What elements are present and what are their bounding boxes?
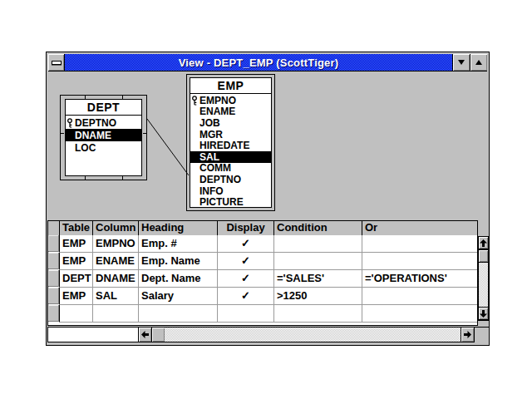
minimize-icon: [458, 60, 465, 65]
cell-condition[interactable]: ='SALES': [274, 270, 362, 288]
cell-table[interactable]: [60, 305, 93, 323]
cell-or[interactable]: [362, 305, 477, 323]
dept-table-title: DEPT: [66, 100, 141, 116]
desktop: View - DEPT_EMP (ScottTiger) DEPT: [0, 0, 532, 399]
field-label: HIREDATE: [200, 140, 249, 151]
cell-display-check[interactable]: ✓: [218, 270, 274, 288]
grid-row-2: EMP ENAME Emp. Name ✓: [48, 253, 477, 270]
up-arrow-icon: [480, 239, 487, 247]
field-label: DNAME: [75, 130, 111, 141]
view-window: View - DEPT_EMP (ScottTiger) DEPT: [46, 52, 490, 346]
field-item-mgr[interactable]: MGR: [190, 129, 271, 140]
cell-or[interactable]: ='OPERATIONS': [362, 270, 477, 288]
vertical-scroll-track[interactable]: [479, 263, 488, 307]
cell-condition[interactable]: [274, 305, 362, 323]
key-icon: [191, 96, 198, 106]
cell-or[interactable]: [362, 235, 477, 253]
field-label: PICTURE: [200, 196, 244, 207]
cell-condition[interactable]: >1250: [274, 288, 362, 305]
emp-table-title: EMP: [190, 78, 271, 94]
row-selector[interactable]: [48, 235, 60, 253]
vertical-scroll-thumb[interactable]: [479, 249, 488, 263]
scroll-up-button[interactable]: [479, 236, 488, 249]
grid-vertical-scrollbar: [478, 236, 489, 321]
emp-table-box[interactable]: EMP EMPNO ENAME JOB MGR HIREDATE SAL COM…: [190, 77, 272, 208]
cell-heading[interactable]: Dept. Name: [139, 270, 218, 288]
field-item-sal-selected[interactable]: SAL: [190, 151, 271, 163]
left-arrow-icon: [141, 331, 149, 338]
cell-or[interactable]: [362, 253, 477, 270]
grid-row-1: EMP EMPNO Emp. # ✓: [48, 235, 477, 253]
minimize-button[interactable]: [452, 54, 470, 71]
cell-heading[interactable]: Emp. #: [139, 235, 218, 253]
field-label: LOC: [75, 142, 96, 154]
field-item-comm[interactable]: COMM: [190, 163, 271, 175]
cell-column[interactable]: EMPNO: [93, 235, 139, 253]
scroll-down-button[interactable]: [479, 307, 488, 320]
field-label: MGR: [200, 129, 223, 140]
cell-table[interactable]: EMP: [60, 253, 93, 270]
system-menu-icon: [52, 61, 62, 65]
grid-header-or: Or: [362, 221, 477, 235]
field-label: JOB: [200, 117, 220, 129]
row-selector[interactable]: [48, 270, 60, 288]
cell-column[interactable]: ENAME: [93, 253, 139, 270]
field-label: SAL: [200, 151, 219, 163]
field-item-loc[interactable]: LOC: [66, 141, 141, 154]
field-item-empno[interactable]: EMPNO: [190, 95, 271, 106]
cell-table[interactable]: EMP: [60, 288, 93, 305]
grid-header-condition: Condition: [274, 221, 362, 235]
selection-handle: [60, 133, 64, 134]
selection-handle: [143, 133, 147, 134]
bottom-left-pane: [47, 327, 139, 342]
row-selector[interactable]: [48, 288, 60, 305]
field-item-picture[interactable]: PICTURE: [190, 196, 271, 207]
cell-display-check[interactable]: ✓: [218, 288, 274, 305]
cell-heading[interactable]: Salary: [139, 288, 218, 305]
scroll-left-button[interactable]: [138, 327, 152, 342]
cell-column[interactable]: DNAME: [93, 270, 139, 288]
grid-header-heading: Heading: [139, 221, 218, 235]
field-item-job[interactable]: JOB: [190, 117, 271, 129]
scroll-right-button[interactable]: [461, 327, 475, 342]
field-label: DEPTNO: [200, 174, 241, 185]
criteria-grid: Table Column Heading Display Condition O…: [47, 220, 478, 326]
cell-display-check[interactable]: ✓: [218, 253, 274, 270]
field-item-dname-selected[interactable]: DNAME: [66, 129, 141, 141]
cell-column[interactable]: SAL: [93, 288, 139, 305]
grid-header-table: Table: [60, 221, 93, 235]
cell-display-check[interactable]: [218, 305, 274, 323]
grid-header-column: Column: [93, 221, 139, 235]
dept-table-box[interactable]: DEPT DEPTNO DNAME LOC: [65, 99, 142, 176]
cell-column[interactable]: [93, 305, 139, 323]
cell-display-check[interactable]: ✓: [218, 235, 274, 253]
field-item-deptno[interactable]: DEPTNO: [66, 116, 141, 129]
system-menu-button[interactable]: [48, 54, 65, 71]
field-label: INFO: [200, 185, 224, 197]
cell-heading[interactable]: [139, 305, 218, 323]
selection-handle: [85, 176, 86, 180]
cell-condition[interactable]: [274, 253, 362, 270]
grid-row-5: [48, 305, 477, 323]
dept-field-list: DEPTNO DNAME LOC: [66, 116, 141, 175]
field-item-ename[interactable]: ENAME: [190, 106, 271, 118]
down-arrow-icon: [480, 310, 487, 318]
horizontal-scroll-track[interactable]: [165, 327, 461, 342]
field-item-hiredate[interactable]: HIREDATE: [190, 140, 271, 151]
cell-or[interactable]: [362, 288, 477, 305]
cell-condition[interactable]: [274, 235, 362, 253]
row-selector[interactable]: [48, 305, 60, 323]
field-label: DEPTNO: [75, 117, 116, 129]
cell-table[interactable]: DEPT: [60, 270, 93, 288]
cell-table[interactable]: EMP: [60, 235, 93, 253]
field-label: EMPNO: [200, 95, 236, 106]
field-item-deptno2[interactable]: DEPTNO: [190, 174, 271, 185]
row-selector[interactable]: [48, 253, 60, 270]
field-label: ENAME: [200, 106, 235, 117]
maximize-button[interactable]: [470, 54, 487, 71]
cell-heading[interactable]: Emp. Name: [139, 253, 218, 270]
grid-row-4: EMP SAL Salary ✓ >1250: [48, 288, 477, 305]
field-item-info[interactable]: INFO: [190, 185, 271, 197]
horizontal-scroll-thumb[interactable]: [151, 327, 165, 342]
key-icon: [66, 118, 73, 128]
